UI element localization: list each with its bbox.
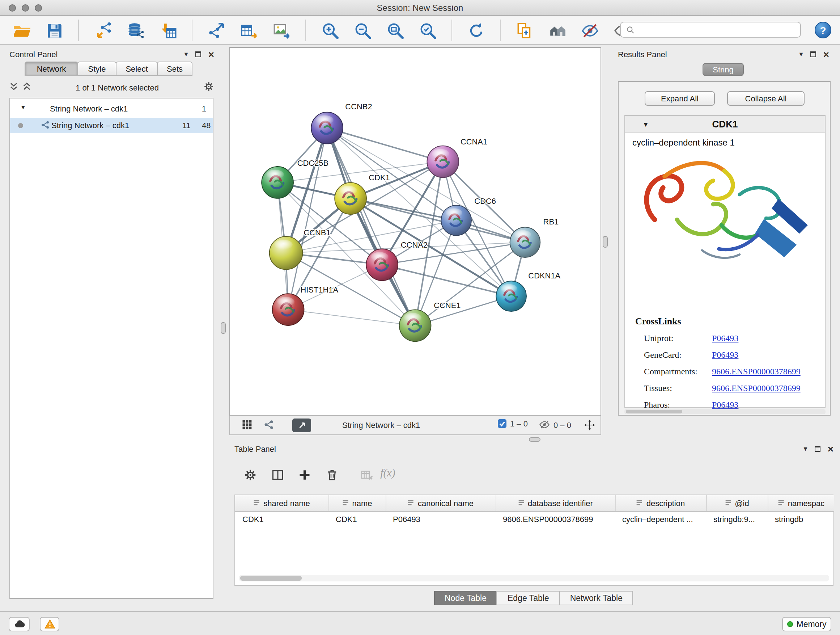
crosslink-value-link[interactable]: P06493	[712, 350, 738, 361]
diagonal-arrow-icon	[297, 421, 306, 430]
gear-icon[interactable]	[203, 81, 214, 95]
right-splitter-handle[interactable]	[603, 236, 608, 248]
eye-slash-icon[interactable]	[539, 419, 550, 430]
crosslink-row: Compartments:9606.ENSP00000378699	[625, 366, 825, 381]
column-header-namespac[interactable]: namespac	[767, 495, 834, 511]
import-table-file-icon[interactable]	[158, 20, 178, 41]
network-graph[interactable]: CCNB2CCNA1CDC25BCDK1CDC6RB1CCNB1CCNA2CDK…	[230, 48, 600, 415]
search-box	[620, 22, 801, 38]
column-header-canonical-name[interactable]: canonical name	[386, 495, 496, 511]
main-toolbar: ?	[0, 16, 840, 45]
table-scrollbar-thumb[interactable]	[240, 576, 302, 581]
network-edge[interactable]	[327, 128, 415, 326]
birdseye-toggle-button[interactable]	[292, 418, 311, 432]
refresh-icon[interactable]	[466, 20, 486, 41]
node-table[interactable]: shared namenamecanonical namedatabase id…	[235, 495, 834, 526]
toolbar-separator	[500, 19, 501, 41]
table-gear-icon[interactable]	[242, 466, 259, 484]
hidden-elements-indicator: 0 – 0	[539, 419, 571, 430]
scrollbar-thumb[interactable]	[626, 410, 682, 413]
network-node-label: CCNB1	[303, 228, 330, 237]
zoom-fit-icon[interactable]	[385, 20, 405, 41]
open-session-icon[interactable]	[11, 20, 32, 41]
expand-all-button[interactable]: Expand All	[645, 91, 715, 106]
bottom-splitter-handle[interactable]	[529, 437, 540, 442]
control-panel-maximize-icon[interactable]	[195, 51, 201, 57]
title-bar: Session: New Session	[0, 0, 840, 16]
column-header-description[interactable]: description	[615, 495, 706, 511]
grid-view-icon[interactable]	[242, 419, 253, 430]
expand-all-tree-icon[interactable]	[22, 81, 31, 94]
table-panel-float-icon[interactable]: ▾	[804, 445, 807, 453]
export-table-icon[interactable]	[239, 20, 259, 41]
control-panel-close-icon[interactable]: ×	[208, 50, 214, 59]
results-scrollbar[interactable]	[624, 409, 826, 414]
checkbox-icon[interactable]	[498, 419, 507, 428]
control-panel-float-icon[interactable]: ▾	[185, 51, 188, 58]
column-header-shared-name[interactable]: shared name	[235, 495, 328, 511]
export-image-icon[interactable]	[271, 20, 292, 41]
tab-node-table[interactable]: Node Table	[434, 591, 497, 605]
status-bar: Memory	[0, 611, 840, 635]
network-collection-row[interactable]: ▼ String Network – cdk1 1	[10, 103, 213, 116]
column-header--id[interactable]: @id	[706, 495, 767, 511]
crosslink-value-link[interactable]: 9606.ENSP00000378699	[712, 383, 801, 394]
clone-network-icon[interactable]	[515, 20, 535, 41]
birdseye-view-icon[interactable]	[547, 20, 567, 41]
table-row[interactable]: CDK1CDK1P064939606.ENSP00000378699cyclin…	[235, 511, 834, 526]
tab-sets[interactable]: Sets	[157, 62, 193, 76]
show-columns-icon[interactable]	[269, 466, 286, 484]
results-panel-close-icon[interactable]: ×	[823, 50, 829, 59]
collapse-all-button[interactable]: Collapse All	[727, 91, 805, 106]
tree-expand-icon[interactable]: ▼	[20, 104, 26, 111]
protein-section-header[interactable]: ▼ CDK1	[625, 116, 825, 133]
network-list-icon[interactable]	[264, 419, 274, 430]
tab-string[interactable]: String	[703, 63, 744, 76]
fit-content-icon[interactable]	[584, 419, 595, 431]
tab-select[interactable]: Select	[116, 62, 158, 76]
column-header-database-identifier[interactable]: database identifier	[496, 495, 615, 511]
table-horizontal-scrollbar[interactable]	[239, 575, 829, 581]
import-network-file-icon[interactable]	[93, 20, 113, 41]
network-canvas[interactable]: CCNB2CCNA1CDC25BCDK1CDC6RB1CCNB1CCNA2CDK…	[229, 47, 601, 416]
network-edge[interactable]	[288, 128, 327, 310]
table-panel-close-icon[interactable]: ×	[828, 445, 834, 453]
network-edge[interactable]	[288, 310, 415, 325]
network-node-label: RB1	[543, 217, 559, 226]
results-panel-float-icon[interactable]: ▾	[799, 51, 803, 58]
cloud-button[interactable]	[9, 617, 30, 631]
crosslink-label: Uniprot:	[644, 333, 673, 344]
current-network-name: String Network – cdk1	[342, 421, 420, 429]
delete-column-icon[interactable]	[324, 466, 341, 484]
export-network-icon[interactable]	[206, 20, 226, 41]
search-input[interactable]	[639, 25, 800, 34]
tab-network-table[interactable]: Network Table	[559, 591, 633, 605]
results-panel-header: Results Panel ▾ ×	[618, 49, 829, 59]
tab-edge-table[interactable]: Edge Table	[497, 591, 560, 605]
zoom-selected-icon[interactable]	[417, 20, 438, 41]
warnings-button[interactable]	[40, 617, 59, 631]
tab-network[interactable]: Network	[25, 62, 78, 76]
table-panel-maximize-icon[interactable]	[815, 446, 821, 452]
zoom-in-icon[interactable]	[320, 20, 340, 41]
help-button[interactable]: ?	[815, 22, 831, 38]
save-session-icon[interactable]	[44, 20, 65, 41]
hidden-count: 0 – 0	[554, 420, 571, 429]
crosslink-row: Tissues:9606.ENSP00000378699	[625, 383, 825, 397]
results-panel-maximize-icon[interactable]	[810, 51, 816, 57]
crosslink-value-link[interactable]: 9606.ENSP00000378699	[712, 366, 801, 377]
memory-button[interactable]: Memory	[782, 617, 831, 631]
network-row-selected[interactable]: String Network – cdk1 11 48	[10, 118, 213, 133]
add-column-icon[interactable]	[296, 466, 313, 484]
collapse-all-tree-icon[interactable]	[9, 81, 18, 94]
left-splitter-handle[interactable]	[221, 322, 226, 334]
tab-style[interactable]: Style	[77, 62, 117, 76]
toolbar-separator	[192, 19, 193, 41]
crosslink-value-link[interactable]: P06493	[712, 333, 738, 344]
network-node-label: CDC25B	[297, 158, 328, 168]
import-network-database-icon[interactable]	[125, 20, 145, 41]
hide-panel-icon[interactable]	[579, 20, 600, 41]
network-edge[interactable]	[327, 128, 443, 162]
column-header-name[interactable]: name	[328, 495, 386, 511]
zoom-out-icon[interactable]	[352, 20, 373, 41]
